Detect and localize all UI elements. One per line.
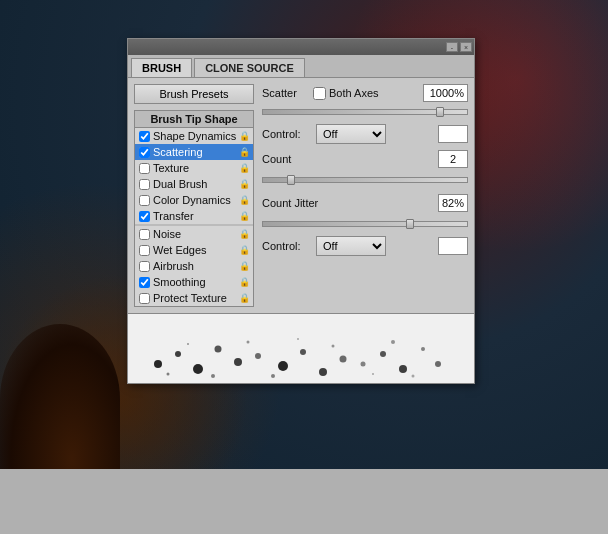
- count-jitter-value-input[interactable]: [438, 194, 468, 212]
- checkbox-airbrush[interactable]: [139, 261, 150, 272]
- list-item-shape-dynamics[interactable]: Shape Dynamics 🔒: [135, 128, 253, 144]
- scatter-slider-container: [262, 106, 468, 118]
- lock-icon-noise: 🔒: [239, 229, 250, 239]
- svg-point-31: [332, 345, 335, 348]
- svg-point-25: [167, 373, 170, 376]
- brush-preview-canvas: [128, 314, 474, 383]
- tab-clone-source[interactable]: CLONE SOURCE: [194, 58, 305, 77]
- control-select-2[interactable]: Off: [316, 236, 386, 256]
- lock-icon-color-dynamics: 🔒: [239, 195, 250, 205]
- list-item-smoothing[interactable]: Smoothing 🔒: [135, 274, 253, 290]
- svg-point-28: [247, 341, 250, 344]
- control-select-1[interactable]: Off: [316, 124, 386, 144]
- list-item-color-dynamics[interactable]: Color Dynamics 🔒: [135, 192, 253, 208]
- svg-point-30: [297, 338, 299, 340]
- tab-brush[interactable]: BRUSH: [131, 58, 192, 77]
- close-button[interactable]: ×: [460, 42, 472, 52]
- svg-point-22: [399, 365, 407, 373]
- svg-point-11: [175, 351, 181, 357]
- control-label-1: Control:: [262, 128, 312, 140]
- svg-point-33: [391, 340, 395, 344]
- both-axes-option[interactable]: Both Axes: [313, 87, 379, 100]
- control-value-box-2[interactable]: [438, 237, 468, 255]
- checkbox-dual-brush[interactable]: [139, 179, 150, 190]
- both-axes-checkbox[interactable]: [313, 87, 326, 100]
- count-jitter-row: Count Jitter: [262, 194, 468, 212]
- checkbox-scattering[interactable]: [139, 147, 150, 158]
- right-panel: Scatter Both Axes Control: Off: [262, 84, 468, 307]
- label-dual-brush: Dual Brush: [153, 178, 207, 190]
- panel-titlebar: - ×: [128, 39, 474, 55]
- scatter-row: Scatter Both Axes: [262, 84, 468, 102]
- count-slider-track: [262, 177, 468, 183]
- label-shape-dynamics: Shape Dynamics: [153, 130, 236, 142]
- list-item-scattering[interactable]: Scattering 🔒: [135, 144, 253, 160]
- checkbox-transfer[interactable]: [139, 211, 150, 222]
- label-smoothing: Smoothing: [153, 276, 206, 288]
- brush-panel: - × BRUSH CLONE SOURCE Brush Presets Bru…: [127, 38, 475, 384]
- brush-list-title: Brush Tip Shape: [135, 111, 253, 128]
- list-item-transfer[interactable]: Transfer 🔒: [135, 208, 253, 224]
- label-scattering: Scattering: [153, 146, 203, 158]
- lock-icon-scattering: 🔒: [239, 147, 250, 157]
- svg-point-13: [215, 346, 222, 353]
- checkbox-protect-texture[interactable]: [139, 293, 150, 304]
- svg-point-20: [361, 362, 366, 367]
- lock-icon-shape-dynamics: 🔒: [239, 131, 250, 141]
- label-texture: Texture: [153, 162, 189, 174]
- brush-preview-area: [128, 313, 474, 383]
- label-noise: Noise: [153, 228, 181, 240]
- label-wet-edges: Wet Edges: [153, 244, 207, 256]
- scatter-slider-track: [262, 109, 468, 115]
- lock-icon-smoothing: 🔒: [239, 277, 250, 287]
- checkbox-color-dynamics[interactable]: [139, 195, 150, 206]
- svg-point-12: [193, 364, 203, 374]
- svg-point-18: [319, 368, 327, 376]
- scatter-label: Scatter: [262, 87, 307, 99]
- left-panel: Brush Presets Brush Tip Shape Shape Dyna…: [134, 84, 254, 307]
- list-item-texture[interactable]: Texture 🔒: [135, 160, 253, 176]
- list-item-dual-brush[interactable]: Dual Brush 🔒: [135, 176, 253, 192]
- svg-point-14: [234, 358, 242, 366]
- plant-shape: [0, 324, 120, 474]
- svg-point-17: [300, 349, 306, 355]
- svg-point-26: [187, 343, 189, 345]
- control-value-box-1[interactable]: [438, 125, 468, 143]
- list-item-protect-texture[interactable]: Protect Texture 🔒: [135, 290, 253, 306]
- list-item-noise[interactable]: Noise 🔒: [135, 226, 253, 242]
- count-value-input[interactable]: [438, 150, 468, 168]
- count-jitter-slider-thumb[interactable]: [406, 219, 414, 229]
- checkbox-shape-dynamics[interactable]: [139, 131, 150, 142]
- count-slider-thumb[interactable]: [287, 175, 295, 185]
- checkbox-texture[interactable]: [139, 163, 150, 174]
- svg-point-16: [278, 361, 288, 371]
- lock-icon-airbrush: 🔒: [239, 261, 250, 271]
- list-item-airbrush[interactable]: Airbrush 🔒: [135, 258, 253, 274]
- svg-point-32: [372, 373, 374, 375]
- svg-point-10: [154, 360, 162, 368]
- count-row: Count: [262, 150, 468, 168]
- brush-list: Brush Tip Shape Shape Dynamics 🔒 Scatter…: [134, 110, 254, 307]
- brush-presets-button[interactable]: Brush Presets: [134, 84, 254, 104]
- both-axes-label: Both Axes: [329, 87, 379, 99]
- control-row-1: Control: Off: [262, 124, 468, 144]
- lock-icon-dual-brush: 🔒: [239, 179, 250, 189]
- label-color-dynamics: Color Dynamics: [153, 194, 231, 206]
- minimize-button[interactable]: -: [446, 42, 458, 52]
- svg-point-23: [421, 347, 425, 351]
- lock-icon-protect-texture: 🔒: [239, 293, 250, 303]
- count-label: Count: [262, 153, 322, 165]
- checkbox-noise[interactable]: [139, 229, 150, 240]
- gray-bottom-bar: [0, 469, 608, 534]
- lock-icon-wet-edges: 🔒: [239, 245, 250, 255]
- svg-point-34: [412, 375, 415, 378]
- control-row-2: Control: Off: [262, 236, 468, 256]
- checkbox-wet-edges[interactable]: [139, 245, 150, 256]
- list-item-wet-edges[interactable]: Wet Edges 🔒: [135, 242, 253, 258]
- svg-point-24: [435, 361, 441, 367]
- svg-point-27: [211, 374, 215, 378]
- checkbox-smoothing[interactable]: [139, 277, 150, 288]
- scatter-slider-thumb[interactable]: [436, 107, 444, 117]
- scatter-value-input[interactable]: [423, 84, 468, 102]
- svg-point-21: [380, 351, 386, 357]
